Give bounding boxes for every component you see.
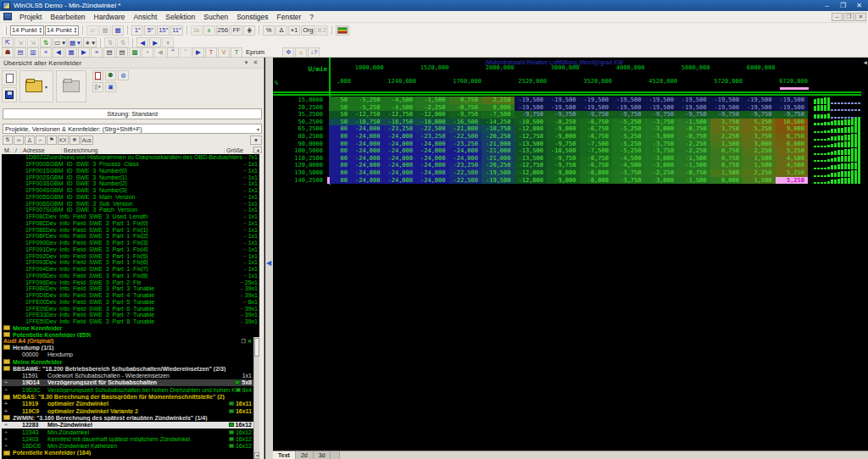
map-cell[interactable]: -23,250 <box>449 162 482 169</box>
map-list-row[interactable]: 1FFE00Dev_Info_Field_SWE_3_Part_5_Tunabl… <box>2 299 259 306</box>
map-cell[interactable]: -6,750 <box>580 155 613 163</box>
import-file-icon[interactable]: ⇱ <box>2 37 14 47</box>
map-cell[interactable]: -4,500 <box>384 104 417 112</box>
map-cell[interactable]: -19,500 <box>743 97 776 104</box>
map-cell[interactable]: -23,250 <box>384 125 417 133</box>
delta-view-icon[interactable]: Δ <box>275 25 287 36</box>
map-list-row[interactable]: 1FF092Dev_Info_Field_SWE_3_Part_1_Fix[5]… <box>2 252 259 259</box>
map-cell[interactable]: -4,500 <box>612 155 645 163</box>
map-cell[interactable]: -24,000 <box>416 147 449 155</box>
map-cell[interactable]: 1,500 <box>710 169 743 177</box>
map-list-row[interactable]: 1FF08FDev_Info_Field_SWE_3_Part_1_Fix[2]… <box>2 233 259 240</box>
save-project-button[interactable] <box>2 87 17 102</box>
map-cell-cut[interactable]: 00 <box>329 125 351 133</box>
map-cell[interactable]: 0,750 <box>449 97 482 104</box>
map-cell[interactable]: 3,750 <box>710 119 743 126</box>
map-cell[interactable]: -4,500 <box>384 97 417 104</box>
sort-asc-icon[interactable]: ▲ <box>253 147 262 153</box>
history-dropdown[interactable]: ▾ <box>162 37 174 47</box>
map-cell[interactable]: -18,750 <box>351 119 384 126</box>
map-cell[interactable]: -24,000 <box>449 147 482 155</box>
map-row-label[interactable]: 50,2500 <box>273 119 329 126</box>
map-list-row[interactable]: 1FF094Dev_Info_Field_SWE_3_Part_1_Fix[7]… <box>2 266 259 273</box>
maximize-button[interactable]: ❐ <box>837 2 849 10</box>
map-cell[interactable]: -9,750 <box>776 111 809 119</box>
expand-plus-icon[interactable]: + <box>2 401 10 406</box>
map-cell-cut[interactable]: 50 <box>329 111 351 119</box>
map-cell-cut[interactable]: 00 <box>329 147 351 155</box>
tree-scrollbar[interactable]: ▼ <box>253 337 259 459</box>
hex-ff-icon[interactable]: FF <box>231 25 242 36</box>
menu-bearbeiten[interactable]: Bearbeiten <box>46 12 89 22</box>
map-cell[interactable]: -23,250 <box>449 141 482 148</box>
sync-versions-icon[interactable]: ⇅ <box>40 37 52 47</box>
map-list-row[interactable]: 1FF000SGBM_ID_SWE_3_Process_Class–1x1 <box>2 161 259 168</box>
panel-pin-icon[interactable]: ▾ <box>242 59 251 66</box>
map-cell[interactable]: -24,000 <box>384 147 417 155</box>
nav-forward-icon[interactable]: ▶ <box>192 47 204 58</box>
map-cell[interactable]: -22,500 <box>449 133 482 141</box>
map-cell[interactable]: -24,000 <box>416 155 449 163</box>
map-cell-cut[interactable]: 00 <box>329 162 351 169</box>
col-header-2000000[interactable]: 2000,000 <box>483 64 515 71</box>
menu-ansicht[interactable]: Ansicht <box>129 12 161 22</box>
map-row-label[interactable]: 15,0000 <box>273 97 329 104</box>
map-cell[interactable]: -6,750 <box>580 133 613 141</box>
map-cell[interactable]: 0,750 <box>710 147 743 155</box>
map-cell[interactable]: 2,250 <box>743 147 776 155</box>
combo-dropdown-icon[interactable]: ▾ <box>257 126 261 132</box>
online-button[interactable]: ◍ <box>118 70 129 80</box>
map-cell[interactable]: -24,000 <box>449 155 482 163</box>
tab-text[interactable]: Text <box>273 451 296 459</box>
horizontal-scrollbar[interactable] <box>340 451 868 459</box>
panel-close-icon[interactable]: ✕ <box>251 59 260 66</box>
map-cell[interactable]: -24,000 <box>351 169 384 177</box>
map-cell[interactable]: 0,750 <box>710 155 743 163</box>
map-item-row[interactable]: +12403Kennfeld mit dauerhaft spätest mög… <box>2 435 253 442</box>
map-list-row[interactable]: 1FF003SGBM_ID_SWE_3_Number[2]–1x1 <box>2 180 259 187</box>
map-cell[interactable]: -5,250 <box>351 104 384 112</box>
map-cell[interactable]: -12,000 <box>515 169 548 177</box>
map-list-row[interactable]: 1FF0B0Dev_Info_Field_SWE_3_Part_3_Tunabl… <box>2 285 259 292</box>
map-cell[interactable]: -6,000 <box>580 169 613 177</box>
map-cell[interactable]: -9,750 <box>612 111 645 119</box>
menu-?[interactable]: ? <box>305 12 318 22</box>
map-list-row[interactable]: 1FF08EDev_Info_Field_SWE_3_Part_1_Fix[1]… <box>2 226 259 233</box>
percent-view-icon[interactable]: % <box>263 25 275 36</box>
map-cell[interactable]: -5,250 <box>612 119 645 126</box>
tip-icon[interactable]: ☼ <box>295 47 307 58</box>
map-cell[interactable]: -3,000 <box>645 162 678 169</box>
map-row-label[interactable]: 35,2500 <box>273 111 329 119</box>
map-cell[interactable]: 0,000 <box>481 104 515 112</box>
folder-row[interactable]: Potentielle Kennfelder (164) <box>2 450 253 456</box>
step-spinner-icon[interactable]: ⇅ <box>104 37 116 47</box>
project-open-icon[interactable]: ▥ <box>27 47 39 58</box>
map-cell[interactable]: -10,500 <box>547 147 580 155</box>
map-cell[interactable]: -3,750 <box>612 169 645 177</box>
prev-icon[interactable]: ◀ <box>136 37 148 47</box>
map-item-row[interactable]: 00000Hexdump <box>2 351 253 358</box>
map-cell[interactable]: -4,500 <box>612 162 645 169</box>
map-collapse-icon[interactable]: ◀ <box>864 59 867 66</box>
original-view-icon[interactable]: Org <box>301 25 315 36</box>
folder-row[interactable]: Hexdump (1/1) <box>2 344 253 351</box>
map-cell[interactable]: 2,250 <box>743 169 776 177</box>
map-cell[interactable]: 10,500 <box>776 119 809 126</box>
cursor-mode-dropdown[interactable]: ∗ ▾ <box>83 37 97 47</box>
map-cell[interactable]: 4,500 <box>776 162 809 169</box>
mini-window-icon[interactable]: ▫ <box>142 47 153 58</box>
expand-plus-icon[interactable]: + <box>2 429 10 435</box>
first-map-icon[interactable]: « <box>40 47 52 58</box>
map-cell[interactable]: -6,000 <box>580 177 613 185</box>
font-size-y-spinner[interactable]: 14 Punkt▲▼ <box>45 25 79 36</box>
map-list-row[interactable]: 1D6022Zuordnung von Histogrammen zu Diag… <box>2 154 259 161</box>
map-cell[interactable]: 5,250 <box>776 177 809 185</box>
map-list-row[interactable]: 1FFE59Dev_Info_Field_SWE_3_Part_8_Tunabl… <box>2 318 259 325</box>
map-cell[interactable]: -3,750 <box>645 141 678 148</box>
map-cell[interactable]: -12,000 <box>515 125 548 133</box>
map-cell-cut[interactable]: 00 <box>329 133 351 141</box>
map-cell[interactable]: -21,000 <box>449 125 482 133</box>
map-cell[interactable]: -20,250 <box>481 133 515 141</box>
col-header-1000000[interactable]: 1000,000 <box>353 64 384 71</box>
nav-up2-icon[interactable]: ⌃ <box>180 47 192 58</box>
